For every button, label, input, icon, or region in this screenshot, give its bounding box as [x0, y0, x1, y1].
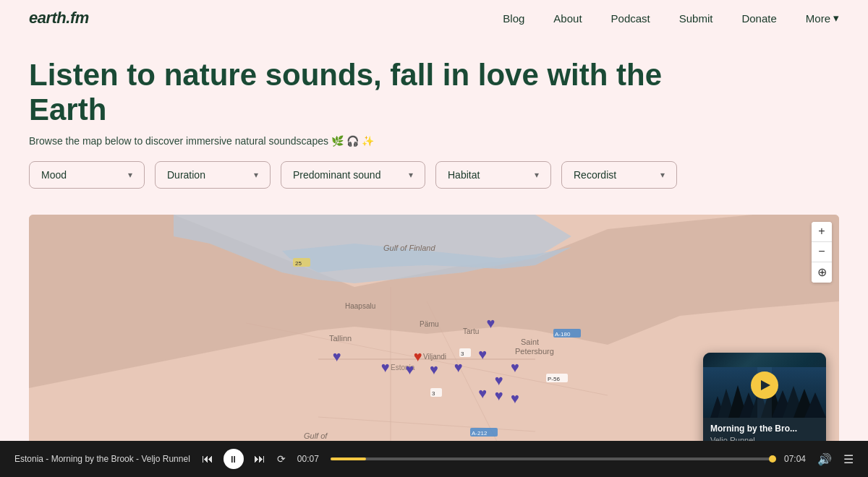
filter-predominant-sound[interactable]: Predominant sound ▾ — [281, 161, 425, 189]
map-pin[interactable]: ♥ — [381, 359, 390, 376]
card-title: Morning by the Bro... — [710, 424, 819, 434]
progress-fill — [331, 457, 366, 460]
svg-text:Tartu: Tartu — [463, 327, 479, 335]
card-play-button[interactable] — [751, 371, 778, 399]
map-controls: + − ⊕ — [812, 222, 832, 283]
nav-more[interactable]: More ▾ — [806, 12, 839, 25]
svg-text:Saint: Saint — [521, 338, 539, 346]
nav-donate[interactable]: Donate — [741, 12, 776, 25]
hero-subtext: Browse the map below to discover immersi… — [29, 135, 839, 147]
chevron-down-icon: ▾ — [409, 170, 413, 180]
zoom-in-button[interactable]: + — [812, 222, 832, 242]
map-pin[interactable]: ♥ — [511, 390, 519, 407]
filter-habitat[interactable]: Habitat ▾ — [435, 161, 551, 189]
filters-bar: Mood ▾ Duration ▾ Predominant sound ▾ Ha… — [29, 161, 839, 189]
filter-mood[interactable]: Mood ▾ — [29, 161, 145, 189]
map-container[interactable]: Gulf of Finland Saint Petersburg Tallinn… — [29, 215, 839, 475]
svg-text:Gulf of: Gulf of — [304, 431, 328, 440]
player-menu-button[interactable]: ☰ — [843, 452, 854, 466]
play-icon — [761, 380, 770, 390]
map-pin-selected[interactable]: ♥ — [414, 348, 422, 365]
map-pin[interactable]: ♥ — [478, 346, 487, 363]
zoom-out-button[interactable]: − — [812, 242, 832, 262]
filter-recordist[interactable]: Recordist ▾ — [561, 161, 677, 189]
svg-text:Viljandi: Viljandi — [423, 353, 446, 361]
nav-about[interactable]: About — [553, 12, 582, 25]
svg-text:Haapsalu: Haapsalu — [345, 302, 375, 310]
player-current-time: 00:07 — [297, 454, 319, 464]
main-nav: Blog About Podcast Submit Donate More ▾ — [503, 12, 839, 25]
chevron-down-icon: ▾ — [128, 170, 132, 180]
reset-bearing-button[interactable]: ⊕ — [812, 262, 832, 283]
loop-button[interactable]: ⟳ — [277, 453, 286, 465]
map-pin[interactable]: ♥ — [511, 359, 519, 376]
player-controls: ⏮ ⏸ ⏭ — [202, 449, 265, 469]
nav-podcast[interactable]: Podcast — [611, 12, 650, 25]
map-pin[interactable]: ♥ — [454, 359, 463, 376]
svg-text:Gulf of Finland: Gulf of Finland — [383, 244, 435, 252]
header: earth.fm Blog About Podcast Submit Donat… — [0, 0, 868, 36]
bottom-player: Estonia - Morning by the Brook - Veljo R… — [0, 441, 868, 477]
map-pin[interactable]: ♥ — [405, 361, 414, 378]
svg-text:Petersburg: Petersburg — [515, 347, 554, 356]
chevron-down-icon: ▾ — [660, 170, 665, 180]
svg-text:Tallinn: Tallinn — [329, 334, 352, 343]
skip-back-button[interactable]: ⏮ — [202, 452, 213, 465]
card-thumbnail — [703, 353, 826, 418]
volume-button[interactable]: 🔊 — [817, 452, 832, 466]
progress-bar[interactable] — [331, 457, 773, 460]
map-pin[interactable]: ♥ — [495, 387, 503, 404]
chevron-down-icon: ▾ — [833, 12, 839, 25]
hero-section: Listen to nature sounds, fall in love wi… — [0, 36, 868, 215]
chevron-down-icon: ▾ — [535, 170, 539, 180]
svg-text:A-180: A-180 — [555, 331, 571, 338]
svg-text:3: 3 — [432, 390, 435, 397]
svg-text:A-212: A-212 — [472, 430, 488, 437]
nav-blog[interactable]: Blog — [503, 12, 524, 25]
nav-submit[interactable]: Submit — [679, 12, 713, 25]
map-pin[interactable]: ♥ — [495, 372, 503, 389]
svg-text:3: 3 — [461, 351, 464, 357]
hero-heading: Listen to nature sounds, fall in love wi… — [29, 58, 680, 128]
filter-duration[interactable]: Duration ▾ — [155, 161, 271, 189]
svg-text:25: 25 — [295, 260, 302, 267]
map-pin[interactable]: ♥ — [486, 315, 495, 332]
svg-text:Pärnu: Pärnu — [420, 320, 439, 328]
map-pin[interactable]: ♥ — [430, 361, 438, 378]
progress-handle[interactable] — [769, 455, 776, 463]
player-track-info: Estonia - Morning by the Brook - Veljo R… — [14, 454, 190, 464]
map-pin[interactable]: ♥ — [333, 348, 341, 365]
map-pin[interactable]: ♥ — [478, 385, 487, 402]
svg-text:P-56: P-56 — [548, 376, 560, 382]
site-logo[interactable]: earth.fm — [29, 9, 89, 27]
player-end-time: 07:04 — [784, 454, 806, 464]
chevron-down-icon: ▾ — [254, 170, 258, 180]
pause-button[interactable]: ⏸ — [224, 449, 244, 469]
skip-forward-button[interactable]: ⏭ — [254, 452, 265, 465]
